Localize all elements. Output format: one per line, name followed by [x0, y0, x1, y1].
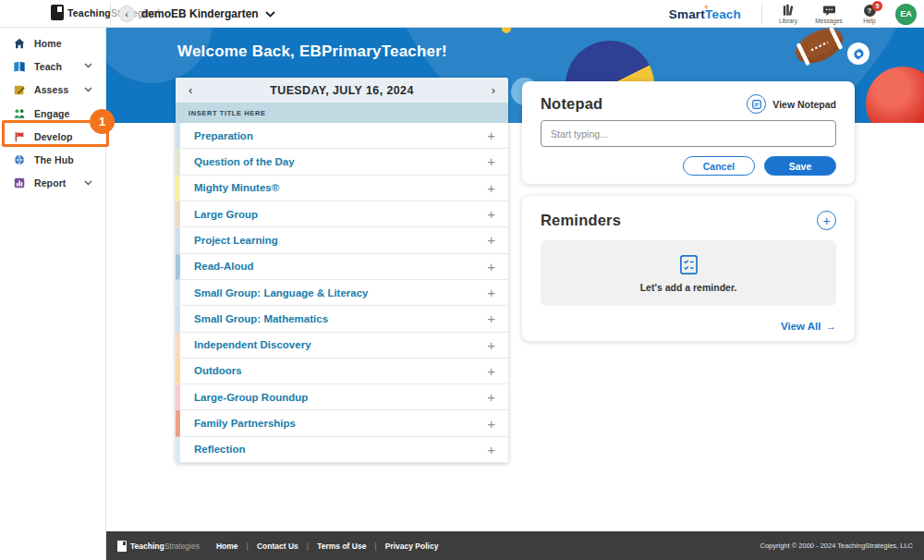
- plan-activity-row[interactable]: Small Group: Mathematics +: [176, 306, 508, 332]
- plan-activity-row[interactable]: Outdoors +: [176, 359, 508, 384]
- notepad-title: Notepad: [541, 95, 602, 113]
- notepad-card: Notepad View Notepad Cancel Save: [522, 81, 855, 184]
- smartteach-part1: Smart: [669, 7, 705, 21]
- brand-bold: Teaching: [67, 7, 111, 18]
- plan-activity-label: Preparation: [194, 130, 253, 141]
- sidebar-collapse-button[interactable]: ‹: [118, 6, 135, 22]
- plan-activity-label: Project Learning: [194, 235, 278, 246]
- messages-button[interactable]: Messages: [814, 5, 844, 24]
- add-activity-icon[interactable]: +: [487, 443, 495, 457]
- add-activity-icon[interactable]: +: [487, 338, 495, 352]
- chevron-down-icon: [84, 63, 92, 68]
- next-day-button[interactable]: ›: [492, 84, 495, 96]
- teach-book-icon: [13, 60, 26, 73]
- plan-activity-label: Small Group: Language & Literacy: [194, 287, 369, 298]
- plan-activity-label: Independent Discovery: [194, 339, 311, 350]
- banner-settings-button[interactable]: [847, 43, 869, 65]
- plan-title-input[interactable]: INSERT TITLE HERE: [176, 103, 508, 123]
- plan-activity-label: Outdoors: [194, 365, 242, 376]
- develop-flag-icon: [13, 130, 26, 143]
- plan-activity-row[interactable]: Independent Discovery +: [176, 333, 508, 359]
- footer-separator: |: [374, 542, 376, 551]
- plan-activity-label: Read-Aloud: [194, 261, 254, 272]
- add-activity-icon[interactable]: +: [487, 154, 495, 168]
- current-date-label: TUESDAY, JULY 16, 2024: [270, 84, 414, 97]
- plan-activity-label: Small Group: Mathematics: [194, 313, 328, 324]
- add-activity-icon[interactable]: +: [487, 128, 495, 142]
- notepad-input[interactable]: [541, 120, 836, 147]
- reminders-header: Reminders +: [522, 196, 855, 230]
- sidebar-item-the-hub[interactable]: The Hub: [0, 148, 105, 171]
- add-activity-icon[interactable]: +: [487, 417, 495, 431]
- add-reminder-button[interactable]: +: [817, 211, 836, 230]
- previous-day-button[interactable]: ‹: [188, 84, 192, 96]
- footer-copyright: Copyright © 2000 - 2024 TeachingStrategi…: [760, 542, 914, 550]
- chevron-down-icon: [84, 180, 92, 186]
- sidebar-item-develop[interactable]: Develop: [0, 125, 105, 148]
- plan-activity-label: Reflection: [194, 444, 246, 455]
- notepad-circle-icon: [747, 94, 766, 114]
- footer-link-privacy-policy[interactable]: Privacy Policy: [385, 542, 439, 551]
- gear-icon: [852, 47, 866, 61]
- plan-activity-row[interactable]: Mighty Minutes® +: [176, 176, 508, 201]
- add-activity-icon[interactable]: +: [487, 181, 495, 195]
- red-ball-decoration: [866, 67, 924, 123]
- notepad-buttons: Cancel Save: [683, 156, 836, 176]
- plan-activity-row[interactable]: Project Learning +: [176, 227, 508, 253]
- classroom-selector[interactable]: demoEB Kindergarten: [141, 7, 275, 20]
- footer-brand-text: TeachingStrategies: [130, 542, 200, 551]
- page-footer: TeachingStrategies Home| Contact Us| Ter…: [106, 531, 924, 560]
- book-logo-icon: [51, 5, 64, 20]
- sidebar-item-teach[interactable]: Teach: [0, 55, 105, 78]
- sidebar-label-home: Home: [34, 38, 62, 49]
- plan-activity-row[interactable]: Small Group: Language & Literacy +: [176, 280, 508, 306]
- add-activity-icon[interactable]: +: [487, 286, 495, 299]
- plan-activity-row[interactable]: Read-Aloud +: [176, 254, 508, 280]
- add-activity-icon[interactable]: +: [487, 233, 495, 247]
- classroom-name: demoEB Kindergarten: [141, 7, 259, 20]
- footer-link-contact-us[interactable]: Contact Us: [257, 542, 298, 551]
- add-activity-icon[interactable]: +: [487, 260, 495, 274]
- engage-people-icon: [13, 107, 26, 120]
- view-notepad-link[interactable]: View Notepad: [747, 94, 836, 114]
- header-divider: [761, 4, 762, 24]
- add-activity-icon[interactable]: +: [487, 311, 495, 325]
- reminder-checklist-icon: [679, 254, 699, 275]
- plan-activity-label: Mighty Minutes®: [194, 182, 279, 193]
- sidebar-label-the-hub: The Hub: [34, 154, 74, 165]
- smartteach-plus-accent: +: [704, 3, 709, 12]
- library-button[interactable]: Library: [773, 4, 803, 24]
- sidebar-label-engage: Engage: [34, 108, 70, 119]
- plan-activity-row[interactable]: Preparation +: [176, 123, 508, 149]
- assess-pencil-icon: [13, 83, 26, 96]
- add-activity-icon[interactable]: +: [487, 364, 495, 378]
- plan-activity-row[interactable]: Large-Group Roundup +: [176, 384, 508, 410]
- add-activity-icon[interactable]: +: [487, 207, 495, 221]
- footer-link-terms-of-use[interactable]: Terms of Use: [317, 542, 366, 551]
- welcome-message: Welcome Back, EBPrimaryTeacher!: [177, 43, 447, 61]
- plan-activity-row[interactable]: Family Partnerships +: [176, 410, 508, 436]
- notepad-icon: [751, 99, 762, 110]
- smartteach-part2: Teach: [705, 7, 741, 21]
- footer-brand-light: Strategies: [164, 542, 200, 551]
- sidebar-item-home[interactable]: Home: [0, 31, 105, 55]
- annotation-number-badge: 1: [90, 109, 115, 134]
- reminders-empty-state: Let's add a reminder.: [541, 240, 836, 306]
- cancel-button[interactable]: Cancel: [683, 156, 755, 176]
- help-button[interactable]: ? 5 Help: [855, 5, 884, 24]
- view-all-reminders-link[interactable]: View All →: [781, 321, 836, 332]
- add-activity-icon[interactable]: +: [487, 390, 495, 404]
- sidebar-item-assess[interactable]: Assess: [0, 79, 105, 102]
- footer-link-home[interactable]: Home: [216, 542, 238, 551]
- plan-activity-list: Preparation + Question of the Day + Migh…: [176, 123, 508, 463]
- user-avatar[interactable]: EA: [895, 4, 917, 25]
- plan-activity-row[interactable]: Reflection +: [176, 437, 508, 463]
- plan-activity-row[interactable]: Question of the Day +: [176, 149, 508, 175]
- reminders-card: Reminders + Let's add a reminder. View A…: [522, 196, 855, 341]
- app-window: TeachingStrategies® ‹ demoEB Kindergarte…: [0, 0, 924, 560]
- save-button[interactable]: Save: [764, 156, 836, 176]
- left-sidebar: Home Teach Assess Engage Develop The Hub…: [0, 28, 106, 560]
- footer-separator: |: [247, 542, 249, 551]
- plan-activity-row[interactable]: Large Group +: [176, 201, 508, 227]
- sidebar-item-report[interactable]: Report: [0, 172, 105, 195]
